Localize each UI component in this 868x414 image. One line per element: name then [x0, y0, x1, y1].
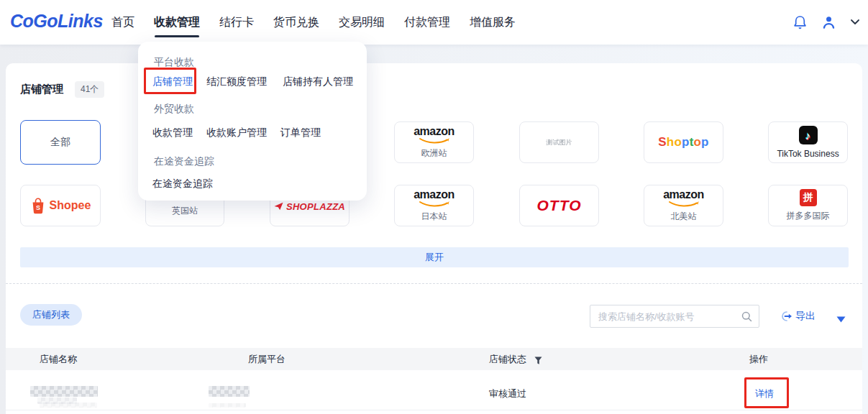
shoptop-letter: p	[701, 135, 709, 149]
platform-card-otto[interactable]: OTTO	[519, 185, 599, 226]
music-note-icon: ♪	[805, 130, 811, 141]
menu-item-settlement-quota[interactable]: 结汇额度管理	[206, 75, 267, 88]
nav-item-home[interactable]: 首页	[111, 15, 134, 30]
redacted-store-name	[30, 386, 98, 397]
column-store-name: 店铺名称	[40, 353, 77, 366]
platform-card-amazon-na[interactable]: amazon 北美站	[644, 185, 723, 226]
dropdown-group-platform: 平台收款	[154, 56, 194, 69]
platform-card-region: 英国站	[172, 205, 198, 217]
nav-item-currency-exchange[interactable]: 货币兑换	[273, 15, 319, 30]
menu-item-order-mgmt[interactable]: 订单管理	[280, 126, 321, 139]
platform-card-amazon-jp[interactable]: amazon 日本站	[394, 185, 474, 226]
menu-item-store-holder[interactable]: 店铺持有人管理	[283, 75, 353, 88]
amazon-swoosh-icon	[419, 201, 450, 207]
screen: CoGoLinks 首页 收款管理 结行卡 货币兑换 交易明细 付款管理 增值服…	[0, 0, 868, 414]
collection-mgmt-dropdown: 平台收款 店铺管理 结汇额度管理 店铺持有人管理 外贸收款 收款管理 收款账户管…	[138, 42, 367, 201]
menu-item-in-transit-tracking[interactable]: 在途资金追踪	[152, 178, 213, 190]
nav-item-payment-mgmt[interactable]: 付款管理	[404, 15, 450, 30]
menu-item-store-mgmt[interactable]: 店铺管理	[152, 75, 193, 88]
store-status-value: 审核通过	[489, 387, 526, 400]
menu-item-collection-mgmt[interactable]: 收款管理	[152, 126, 193, 139]
nav-item-settlement-card[interactable]: 结行卡	[219, 15, 254, 30]
section-divider	[6, 283, 862, 284]
shoptop-logo: Shoptop	[658, 135, 708, 150]
table-header-row	[6, 348, 862, 370]
pinduoduo-char: 拼	[803, 191, 813, 204]
page-title: 店铺管理	[20, 83, 63, 96]
platform-card-region: 欧洲站	[421, 147, 447, 160]
column-store-status: 店铺状态	[489, 353, 526, 366]
platform-card-region: 北美站	[671, 211, 697, 223]
details-link[interactable]: 详情	[755, 387, 774, 400]
shoplazza-icon	[274, 202, 283, 211]
platform-card-all[interactable]: 全部	[20, 120, 101, 165]
platform-card-label: 拼多多国际	[787, 210, 830, 222]
user-avatar-icon[interactable]	[823, 16, 835, 29]
broken-image-placeholder: 测试图片	[547, 138, 572, 147]
store-count-badge: 41个	[75, 81, 104, 98]
platform-card-shoptop[interactable]: Shoptop	[644, 121, 723, 163]
export-icon[interactable]	[781, 310, 792, 325]
search-icon[interactable]	[741, 311, 752, 325]
shoptop-letter: o	[674, 135, 682, 149]
export-button[interactable]: 导出	[795, 310, 816, 323]
amazon-swoosh-icon	[668, 201, 700, 207]
redacted-platform	[209, 386, 250, 397]
nav-item-value-added[interactable]: 增值服务	[470, 15, 516, 30]
search-input[interactable]	[590, 305, 759, 328]
platform-card-amazon-eu[interactable]: amazon 欧洲站	[394, 121, 474, 163]
platform-card-tiktok[interactable]: ♪ TikTok Business	[768, 121, 848, 163]
column-actions: 操作	[749, 353, 768, 366]
nav-right-tools	[793, 0, 859, 45]
top-nav: CoGoLinks 首页 收款管理 结行卡 货币兑换 交易明细 付款管理 增值服…	[0, 0, 868, 45]
expand-bar[interactable]: 展开	[20, 247, 849, 267]
store-list-tab[interactable]: 店铺列表	[20, 304, 82, 326]
menu-item-collection-account[interactable]: 收款账户管理	[206, 126, 267, 139]
nav-item-transaction-detail[interactable]: 交易明细	[339, 15, 385, 30]
redacted-next-row	[40, 402, 97, 408]
tiktok-icon: ♪	[799, 126, 818, 144]
pinduoduo-icon: 拼	[800, 189, 817, 206]
amazon-logo: amazon	[663, 189, 704, 201]
notification-bell-icon[interactable]	[793, 15, 807, 30]
platform-card-all-label: 全部	[50, 136, 70, 149]
cogolinks-logo[interactable]: CoGoLinks	[10, 11, 103, 32]
column-platform: 所属平台	[248, 353, 285, 366]
nav-item-collection-mgmt[interactable]: 收款管理	[154, 15, 200, 30]
amazon-swoosh-icon	[419, 137, 450, 144]
search-box	[590, 305, 759, 328]
shoptop-letter: S	[658, 135, 667, 149]
shoptop-letter: h	[667, 135, 675, 149]
otto-logo: OTTO	[537, 197, 582, 214]
amazon-logo: amazon	[414, 126, 454, 137]
platform-card-region: 日本站	[421, 211, 447, 223]
platform-card-label: TikTok Business	[777, 149, 839, 159]
shopee-bag-icon: S	[30, 197, 46, 214]
amazon-logo: amazon	[414, 189, 454, 201]
triangle-down-icon[interactable]	[836, 313, 846, 326]
main-menu: 首页 收款管理 结行卡 货币兑换 交易明细 付款管理 增值服务	[111, 0, 516, 45]
shopee-logo: Shopee	[50, 199, 91, 212]
funnel-icon[interactable]	[534, 355, 542, 368]
dropdown-group-foreign-trade: 外贸收款	[154, 103, 194, 116]
shoptop-letter: o	[694, 135, 702, 149]
chevron-down-icon[interactable]	[851, 19, 859, 25]
row-divider	[6, 410, 862, 410]
svg-text:S: S	[36, 204, 40, 211]
dropdown-group-in-transit: 在途资金追踪	[154, 155, 214, 168]
shoplazza-logo: SHOPLAZZA	[286, 201, 345, 212]
platform-card-shopee[interactable]: S Shopee	[20, 185, 101, 226]
redacted-next-row	[209, 403, 246, 408]
platform-card-placeholder[interactable]: 测试图片	[519, 121, 599, 163]
platform-card-pdd[interactable]: 拼 拼多多国际	[768, 185, 848, 226]
shoptop-letter: p	[682, 135, 690, 149]
